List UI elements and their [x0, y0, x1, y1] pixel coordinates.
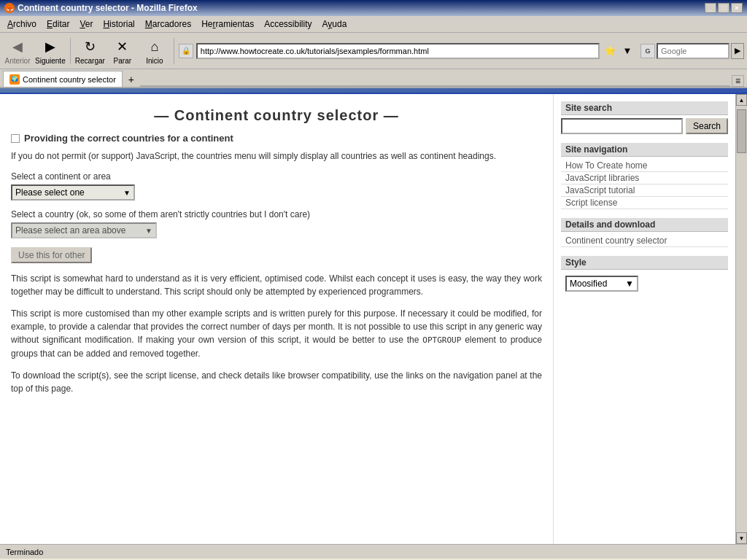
nav-link-js-tutorial[interactable]: JavaScript tutorial: [561, 184, 728, 197]
stop-button[interactable]: ✕ Parar: [108, 36, 137, 65]
google-icon: G: [640, 44, 655, 58]
home-button[interactable]: ⌂ Inicio: [140, 36, 169, 65]
address-go-icon: ⭐: [603, 44, 617, 58]
nav-link-js-libraries[interactable]: JavaScript libraries: [561, 172, 728, 184]
forward-label: Siguiente: [35, 57, 66, 65]
style-select-arrow-icon: ▼: [625, 279, 634, 289]
content-area: — Continent country selector — Providing…: [0, 94, 553, 544]
stop-label: Parar: [114, 57, 131, 65]
google-go-button[interactable]: ▶: [731, 43, 744, 59]
continent-select[interactable]: Please select one ▼: [11, 184, 135, 201]
menu-accessibility[interactable]: Accessibility: [260, 18, 316, 31]
page-header-stripe: [0, 88, 747, 94]
reload-icon: ↻: [80, 36, 100, 57]
tab-favicon: 🌍: [9, 74, 20, 85]
nav-separator-1: [70, 38, 71, 64]
sidebar-nav-title: Site navigation: [561, 143, 728, 157]
window-controls[interactable]: _ □ ×: [705, 3, 743, 13]
home-label: Inicio: [146, 57, 163, 65]
menu-ver[interactable]: Ver: [75, 18, 97, 31]
style-select[interactable]: Moosified ▼: [565, 276, 638, 292]
continent-form-group: Select a continent or area Please select…: [11, 171, 542, 201]
continent-select-value: Please select one: [15, 187, 85, 198]
country-select-value: Please select an area above: [15, 225, 125, 236]
back-icon: ◀: [7, 36, 28, 57]
google-search-input[interactable]: [657, 43, 729, 59]
google-bar: G ▶: [640, 43, 744, 59]
menu-marcadores[interactable]: Marcadores: [141, 18, 196, 31]
forward-icon: ▶: [40, 36, 61, 57]
optgroup-code: OPTGROUP: [422, 335, 461, 345]
style-select-value: Moosified: [570, 279, 607, 289]
nav-separator-2: [174, 38, 174, 64]
status-text: Terminado: [6, 548, 43, 556]
sidebar-style-title: Style: [561, 256, 728, 270]
menu-herramientas[interactable]: Herramientas: [197, 18, 258, 31]
page-inner: — Continent country selector — Providing…: [0, 94, 747, 544]
stop-icon: ✕: [112, 36, 133, 57]
country-form-group: Select a country (ok, so some of them ar…: [11, 209, 542, 238]
other-button[interactable]: Use this for other: [11, 247, 92, 263]
country-select[interactable]: Please select an area above ▼: [11, 222, 157, 238]
home-icon: ⌂: [144, 36, 165, 57]
tab-bar: 🌍 Continent country selector + ≡: [0, 69, 747, 88]
search-button[interactable]: Search: [686, 118, 728, 134]
search-input[interactable]: [561, 118, 683, 134]
page-icon: 🔒: [179, 44, 193, 58]
section-checkbox-icon: [11, 134, 20, 143]
title-bar: 🦊 Continent country selector - Mozilla F…: [0, 0, 747, 16]
country-select-arrow-icon: ▼: [145, 227, 152, 235]
scroll-down-button[interactable]: ▼: [736, 532, 747, 544]
nav-link-script-license[interactable]: Script license: [561, 197, 728, 209]
section-heading: Providing the correct countries for a co…: [11, 133, 542, 144]
forward-button[interactable]: ▶ Siguiente: [35, 36, 66, 65]
maximize-button[interactable]: □: [718, 3, 729, 13]
address-input[interactable]: [196, 43, 600, 59]
tab-continent-selector[interactable]: 🌍 Continent country selector: [3, 71, 123, 87]
scroll-up-button[interactable]: ▲: [736, 94, 747, 106]
sidebar-details-section: Details and download Continent country s…: [561, 218, 728, 247]
tab-label: Continent country selector: [23, 75, 116, 84]
menu-ayuda[interactable]: Ayuda: [318, 18, 352, 31]
address-bar: 🔒 ⭐ ▼: [179, 43, 635, 59]
nav-link-continent-selector[interactable]: Continent country selector: [561, 235, 728, 247]
sidebar: Site search Search Site navigation How T…: [553, 94, 735, 544]
sidebar-search-title: Site search: [561, 101, 728, 115]
address-menu-icon[interactable]: ▼: [620, 44, 635, 58]
other-form-group: Use this for other: [11, 247, 542, 263]
content-section: Providing the correct countries for a co…: [11, 133, 542, 395]
sidebar-style-section: Style Moosified ▼: [561, 256, 728, 295]
scroll-track[interactable]: [736, 106, 747, 532]
menu-archivo[interactable]: Archivo: [3, 18, 41, 31]
country-label: Select a country (ok, so some of them ar…: [11, 209, 542, 219]
paragraph-1: This script is somewhat hard to understa…: [11, 272, 542, 298]
page-scrollbar: ▲ ▼: [735, 94, 747, 544]
tab-scroll-button[interactable]: ≡: [732, 75, 744, 87]
menu-historial[interactable]: Historial: [98, 18, 139, 31]
nav-bar: ◀ Anterior ▶ Siguiente ↻ Recargar ✕ Para…: [0, 33, 747, 69]
sidebar-nav-section: Site navigation How To Create home JavaS…: [561, 143, 728, 209]
status-bar: Terminado: [0, 544, 747, 559]
continent-label: Select a continent or area: [11, 171, 542, 182]
intro-text: If you do not permit (or support) JavaSc…: [11, 149, 542, 163]
window-title: Continent country selector - Mozilla Fir…: [18, 3, 198, 13]
reload-label: Recargar: [75, 57, 105, 65]
menu-editar[interactable]: Editar: [42, 18, 74, 31]
back-button[interactable]: ◀ Anterior: [3, 36, 32, 65]
paragraph-3: To download the script(s), see the scrip…: [11, 369, 542, 395]
paragraph-2: This script is more customised than my o…: [11, 307, 542, 360]
minimize-button[interactable]: _: [705, 3, 716, 13]
app-icon: 🦊: [4, 3, 15, 13]
browser-content: — Continent country selector — Providing…: [0, 88, 747, 544]
page-title: — Continent country selector —: [11, 101, 542, 133]
nav-link-home[interactable]: How To Create home: [561, 160, 728, 172]
continent-select-arrow-icon: ▼: [123, 189, 131, 197]
scroll-thumb[interactable]: [737, 109, 746, 153]
close-button[interactable]: ×: [731, 3, 743, 13]
page-wrapper: — Continent country selector — Providing…: [0, 88, 747, 544]
tab-spacer: [140, 85, 730, 87]
new-tab-button[interactable]: +: [124, 72, 139, 87]
search-row: Search: [561, 118, 728, 134]
reload-button[interactable]: ↻ Recargar: [75, 36, 105, 65]
menu-bar: Archivo Editar Ver Historial Marcadores …: [0, 16, 747, 33]
